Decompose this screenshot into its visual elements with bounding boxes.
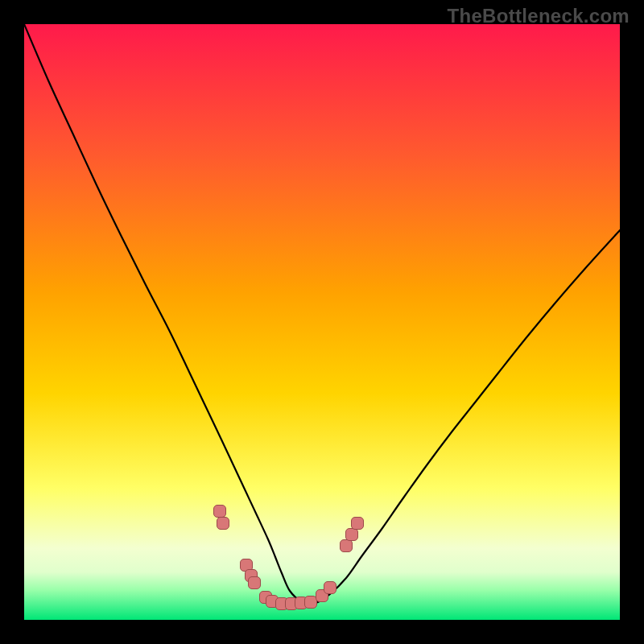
marker-left-upper-pair2: [217, 518, 229, 530]
plot-area: [24, 24, 620, 620]
marker-right-upper-2: [346, 529, 358, 541]
marker-right-upper-1: [341, 540, 353, 552]
marker-edge-left-3: [249, 577, 261, 589]
marker-right-upper-3: [352, 518, 364, 530]
marker-edge-right-2: [324, 582, 336, 594]
chart-frame: TheBottleneck.com: [0, 0, 644, 644]
marker-trough-6: [305, 597, 317, 609]
heatmap-background: [24, 24, 620, 620]
marker-left-upper-pair: [214, 506, 226, 518]
chart-svg: [24, 24, 620, 620]
